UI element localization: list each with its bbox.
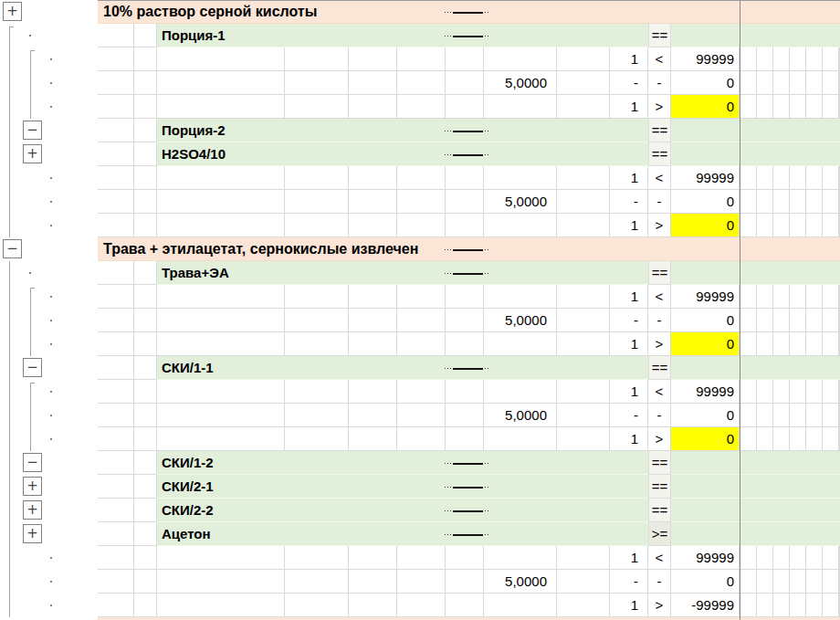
cell-empty[interactable]	[757, 285, 773, 309]
cell-section-label[interactable]: 10% раствор серной кислоты	[103, 0, 446, 24]
cell-amount[interactable]: 5,0000	[484, 309, 557, 332]
cell-operator[interactable]: <	[648, 380, 671, 404]
cell-amount[interactable]: 5,0000	[484, 570, 557, 594]
cell-empty[interactable]	[446, 95, 484, 119]
cell-operator[interactable]: -	[648, 309, 671, 332]
cell-empty[interactable]	[773, 332, 790, 356]
cell-empty[interactable]	[790, 285, 806, 309]
cell-empty[interactable]	[806, 546, 823, 570]
cell-empty[interactable]	[557, 309, 610, 332]
cell-empty[interactable]	[134, 285, 157, 309]
cell-empty[interactable]	[397, 190, 446, 214]
cell-empty[interactable]	[790, 427, 806, 451]
cell-empty[interactable]	[98, 427, 134, 451]
cell-empty[interactable]	[823, 404, 839, 427]
cell-empty[interactable]	[349, 570, 397, 594]
cell-empty[interactable]	[757, 570, 773, 594]
cell-empty[interactable]	[790, 71, 806, 95]
cell-empty[interactable]	[740, 190, 757, 214]
cell-empty[interactable]	[446, 380, 484, 404]
cell-empty[interactable]	[773, 190, 790, 214]
cell-empty[interactable]	[757, 95, 773, 119]
cell-empty[interactable]	[134, 24, 157, 47]
cell-empty[interactable]	[446, 332, 484, 356]
cell-empty[interactable]	[740, 285, 757, 309]
cell-operator[interactable]: >	[648, 214, 671, 237]
cell-empty[interactable]	[484, 214, 557, 237]
cell-empty[interactable]	[397, 285, 446, 309]
cell-empty[interactable]	[557, 95, 610, 119]
cell-empty[interactable]	[790, 570, 806, 594]
cell-empty[interactable]	[823, 71, 839, 95]
cell-empty[interactable]	[397, 332, 446, 356]
cell-empty[interactable]	[484, 95, 557, 119]
cell-count[interactable]: -	[610, 570, 648, 594]
cell-empty[interactable]	[823, 594, 839, 617]
cell-empty[interactable]	[484, 166, 557, 190]
cell-count[interactable]: 1	[610, 214, 648, 237]
cell-empty[interactable]	[98, 285, 134, 309]
cell-empty[interactable]	[397, 47, 446, 71]
cell-limit[interactable]: 99999	[671, 380, 740, 404]
cell-empty[interactable]	[740, 380, 757, 404]
outline-collapse-button[interactable]: −	[23, 121, 42, 140]
cell-empty[interactable]	[157, 332, 285, 356]
cell-empty[interactable]	[740, 309, 757, 332]
cell-empty[interactable]	[757, 546, 773, 570]
cell-empty[interactable]	[285, 190, 349, 214]
cell-empty[interactable]	[397, 570, 446, 594]
cell-empty[interactable]	[773, 214, 790, 237]
cell-count[interactable]: -	[610, 190, 648, 214]
cell-count[interactable]: 1	[610, 380, 648, 404]
cell-empty[interactable]	[790, 214, 806, 237]
cell-empty[interactable]	[98, 71, 134, 95]
cell-empty[interactable]	[98, 546, 134, 570]
cell-empty[interactable]	[446, 71, 484, 95]
cell-empty[interactable]	[446, 570, 484, 594]
cell-operator[interactable]: ==	[648, 119, 671, 142]
cell-limit-highlighted[interactable]: 0	[671, 95, 740, 119]
cell-empty[interactable]	[134, 47, 157, 71]
cell-empty[interactable]	[823, 190, 839, 214]
cell-empty[interactable]	[397, 404, 446, 427]
cell-empty[interactable]	[757, 47, 773, 71]
cell-limit[interactable]: 0	[671, 404, 740, 427]
cell-empty[interactable]	[285, 570, 349, 594]
cell-count[interactable]: 1	[610, 332, 648, 356]
cell-empty[interactable]	[823, 570, 839, 594]
cell-empty[interactable]	[157, 285, 285, 309]
cell-operator[interactable]: <	[648, 166, 671, 190]
cell-empty[interactable]	[98, 119, 134, 142]
cell-empty[interactable]	[157, 71, 285, 95]
cell-empty[interactable]	[740, 71, 757, 95]
cell-empty[interactable]	[740, 47, 757, 71]
cell-empty[interactable]	[134, 95, 157, 119]
cell-empty[interactable]	[740, 166, 757, 190]
cell-empty[interactable]	[740, 332, 757, 356]
cell-empty[interactable]	[484, 285, 557, 309]
cell-empty[interactable]	[484, 332, 557, 356]
cell-empty[interactable]	[773, 594, 790, 617]
cell-empty[interactable]	[134, 332, 157, 356]
cell-label[interactable]: СКИ/2-1	[162, 475, 436, 499]
cell-empty[interactable]	[285, 546, 349, 570]
cell-empty[interactable]	[790, 166, 806, 190]
cell-empty[interactable]	[740, 594, 757, 617]
cell-empty[interactable]	[773, 404, 790, 427]
cell-empty[interactable]	[446, 309, 484, 332]
cell-empty[interactable]	[98, 570, 134, 594]
cell-empty[interactable]	[157, 190, 285, 214]
cell-count[interactable]: 1	[610, 546, 648, 570]
cell-count[interactable]: -	[610, 309, 648, 332]
cell-empty[interactable]	[557, 594, 610, 617]
cell-empty[interactable]	[98, 499, 134, 522]
cell-limit[interactable]: 0	[671, 570, 740, 594]
cell-empty[interactable]	[557, 380, 610, 404]
cell-empty[interactable]	[773, 71, 790, 95]
cell-empty[interactable]	[397, 380, 446, 404]
cell-empty[interactable]	[157, 546, 285, 570]
cell-empty[interactable]	[806, 309, 823, 332]
cell-empty[interactable]	[823, 427, 839, 451]
cell-empty[interactable]	[823, 380, 839, 404]
cell-empty[interactable]	[134, 166, 157, 190]
